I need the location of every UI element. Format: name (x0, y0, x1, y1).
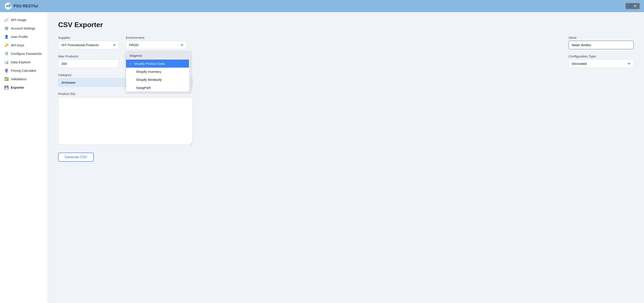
store-label: Store: (568, 36, 634, 39)
sidebar-item-api-keys[interactable]: 🔑 API Keys (0, 41, 48, 49)
config-type-label: Configuration Type: (568, 54, 634, 58)
environment-group: Environment: PROD Magento ✓ Shopify Prod… (126, 36, 186, 49)
sidebar-item-user-profile[interactable]: 👤 User Profile (0, 32, 48, 41)
shield-icon: 🛡️ (4, 52, 9, 56)
bar-chart-icon: 📊 (4, 60, 9, 64)
user-dropdown-arrow: ▼ (634, 4, 636, 8)
sidebar-item-label: Configure Passwords (11, 52, 42, 55)
app-layout: 📈 API Usage ⚙️ Account Settings 👤 User P… (0, 12, 644, 303)
sidebar-item-label: Exporter (11, 86, 24, 89)
logo-icon: PS (4, 2, 12, 10)
checkmark-icon: ✓ (130, 62, 132, 65)
sidebar-item-label: User Profile (11, 35, 28, 38)
environment-label: Environment: (126, 36, 186, 39)
sidebar-item-label: Account Settings (11, 26, 35, 30)
generate-csv-button[interactable]: Generate CSV (58, 153, 94, 162)
svg-point-3 (9, 4, 11, 6)
chart-icon: 📈 (4, 18, 9, 22)
product-ids-group: Product IDs: (58, 92, 193, 146)
max-products-group: Max Products: (58, 54, 119, 68)
dropdown-item-label: Shopify MinMaxfy (136, 78, 162, 81)
sidebar-item-label: Validations (11, 77, 26, 81)
gear-icon: ⚙️ (4, 26, 9, 30)
dropdown-item-label: SwagPath (136, 86, 151, 89)
main-content: CSV Exporter Supplier: HIT Promotional P… (48, 12, 644, 303)
supplier-select[interactable]: HIT Promotional Products (58, 41, 119, 49)
save-icon: 💾 (4, 85, 9, 89)
max-products-label: Max Products: (58, 54, 119, 58)
environment-select[interactable]: PROD (126, 41, 186, 49)
product-ids-textarea[interactable] (58, 97, 193, 145)
sidebar-item-label: Data Explorer (11, 60, 31, 64)
sidebar-item-validations[interactable]: ✅ Validations (0, 75, 48, 83)
config-type-group: Configuration Type: Decorated (568, 54, 634, 68)
sidebar-item-label: Pricing Calculator (11, 69, 36, 72)
dropdown-item-swagpath[interactable]: SwagPath (126, 84, 191, 92)
logo-text: PSO RESTful (14, 4, 38, 8)
dropdown-scrollbar[interactable] (189, 52, 191, 92)
dropdown-header-magento: Magento (126, 52, 191, 60)
dropdown-item-shopify-minmaxfy[interactable]: Shopify MinMaxfy (126, 76, 191, 84)
user-menu-button[interactable]: 👤 ▼ (626, 3, 640, 9)
environment-dropdown: Magento ✓ Shopify Product Data Shopify I… (126, 51, 191, 92)
store-input[interactable] (568, 41, 634, 49)
sidebar-item-pricing-calculator[interactable]: 🔮 Pricing Calculator (0, 66, 48, 75)
dropdown-item-label: Shopify Inventory (136, 70, 161, 73)
sidebar: 📈 API Usage ⚙️ Account Settings 👤 User P… (0, 12, 48, 303)
category-label: Category: (58, 73, 72, 77)
user-icon: 👤 (628, 4, 632, 8)
sidebar-item-api-usage[interactable]: 📈 API Usage (0, 15, 48, 24)
app-header: PS PSO RESTful 👤 ▼ (0, 0, 644, 12)
dropdown-item-shopify-inventory[interactable]: Shopify Inventory (126, 68, 191, 76)
sidebar-item-label: API Keys (11, 43, 24, 47)
dropdown-item-label: Shopify Product Data (134, 62, 165, 65)
supplier-group: Supplier: HIT Promotional Products (58, 36, 119, 49)
calculator-icon: 🔮 (4, 68, 9, 73)
product-ids-label: Product IDs: (58, 92, 76, 96)
sidebar-item-data-explorer[interactable]: 📊 Data Explorer (0, 58, 48, 66)
page-title: CSV Exporter (58, 21, 634, 29)
sidebar-item-exporter[interactable]: 💾 Exporter (0, 83, 48, 92)
supplier-label: Supplier: (58, 36, 119, 39)
sidebar-item-configure-passwords[interactable]: 🛡️ Configure Passwords (0, 49, 48, 58)
config-type-select[interactable]: Decorated (568, 59, 634, 68)
dropdown-item-shopify-product-data[interactable]: ✓ Shopify Product Data (126, 60, 191, 68)
max-products-input[interactable] (58, 59, 119, 68)
check-icon: ✅ (4, 77, 9, 81)
store-group: Store: (568, 36, 634, 49)
key-icon: 🔑 (4, 43, 9, 47)
sidebar-item-label: API Usage (11, 18, 26, 22)
sidebar-item-account-settings[interactable]: ⚙️ Account Settings (0, 24, 48, 32)
logo: PS PSO RESTful (4, 2, 38, 10)
user-icon: 👤 (4, 35, 9, 39)
dropdown-header-label: Magento (130, 54, 142, 57)
